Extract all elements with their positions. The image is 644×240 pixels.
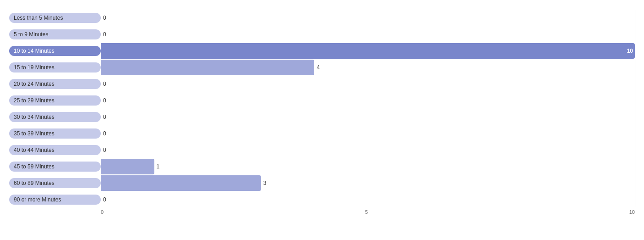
rows-area: Less than 5 Minutes05 to 9 Minutes010 to… <box>9 10 635 207</box>
bar-container: 0 <box>101 142 635 158</box>
x-axis-label: 10 <box>629 209 635 215</box>
chart-wrapper: Less than 5 Minutes05 to 9 Minutes010 to… <box>9 10 635 215</box>
bar-row: 40 to 44 Minutes0 <box>9 142 635 158</box>
x-axis: 0510 <box>9 209 635 215</box>
bar-container: 0 <box>101 192 635 207</box>
bar-fill <box>101 60 314 75</box>
bar-container: 1 <box>101 159 635 174</box>
bar-value: 0 <box>103 130 106 137</box>
bar-value: 0 <box>103 147 106 153</box>
x-axis-label: 0 <box>101 209 104 215</box>
bar-row: 10 to 14 Minutes10 <box>9 43 635 59</box>
bar-value: 0 <box>103 114 106 120</box>
x-axis-label: 5 <box>365 209 368 215</box>
bar-value: 1 <box>157 163 160 170</box>
bar-label: 15 to 19 Minutes <box>9 62 101 73</box>
bar-label: 35 to 39 Minutes <box>9 128 101 139</box>
bar-container: 10 <box>101 43 635 59</box>
bar-container: 3 <box>101 175 635 191</box>
bar-value: 3 <box>263 180 267 186</box>
bar-row: 5 to 9 Minutes0 <box>9 27 635 42</box>
bar-value: 0 <box>103 15 106 21</box>
bar-row: 60 to 89 Minutes3 <box>9 175 635 191</box>
bar-row: 90 or more Minutes0 <box>9 192 635 207</box>
bar-label: 30 to 34 Minutes <box>9 112 101 122</box>
bar-row: 30 to 34 Minutes0 <box>9 109 635 125</box>
bar-label: 25 to 29 Minutes <box>9 95 101 106</box>
bar-label: 5 to 9 Minutes <box>9 29 101 39</box>
bar-container: 0 <box>101 93 635 108</box>
bar-label: 60 to 89 Minutes <box>9 178 101 188</box>
bar-container: 0 <box>101 10 635 26</box>
bar-label: 40 to 44 Minutes <box>9 145 101 155</box>
bar-row: 25 to 29 Minutes0 <box>9 93 635 108</box>
bar-value: 0 <box>103 81 106 87</box>
bar-container: 0 <box>101 109 635 125</box>
bar-row: 20 to 24 Minutes0 <box>9 76 635 92</box>
bar-container: 4 <box>101 60 635 75</box>
bar-label: 10 to 14 Minutes <box>9 46 101 56</box>
bar-label: Less than 5 Minutes <box>9 13 101 23</box>
bar-row: Less than 5 Minutes0 <box>9 10 635 26</box>
bar-label: 20 to 24 Minutes <box>9 79 101 89</box>
bar-container: 0 <box>101 126 635 141</box>
bar-value: 0 <box>103 97 106 104</box>
bar-value: 4 <box>317 64 320 71</box>
bar-value: 0 <box>103 31 106 38</box>
bar-row: 35 to 39 Minutes0 <box>9 126 635 141</box>
bar-fill <box>101 159 154 174</box>
bar-fill <box>101 175 261 191</box>
bar-value-inside: 10 <box>627 48 633 54</box>
grid-line <box>635 10 635 207</box>
bar-value: 0 <box>103 196 106 203</box>
bar-label: 90 or more Minutes <box>9 195 101 205</box>
bar-container: 0 <box>101 76 635 92</box>
bar-container: 0 <box>101 27 635 42</box>
bar-label: 45 to 59 Minutes <box>9 162 101 172</box>
bar-row: 15 to 19 Minutes4 <box>9 60 635 75</box>
bar-row: 45 to 59 Minutes1 <box>9 159 635 174</box>
bar-fill: 10 <box>101 43 635 59</box>
